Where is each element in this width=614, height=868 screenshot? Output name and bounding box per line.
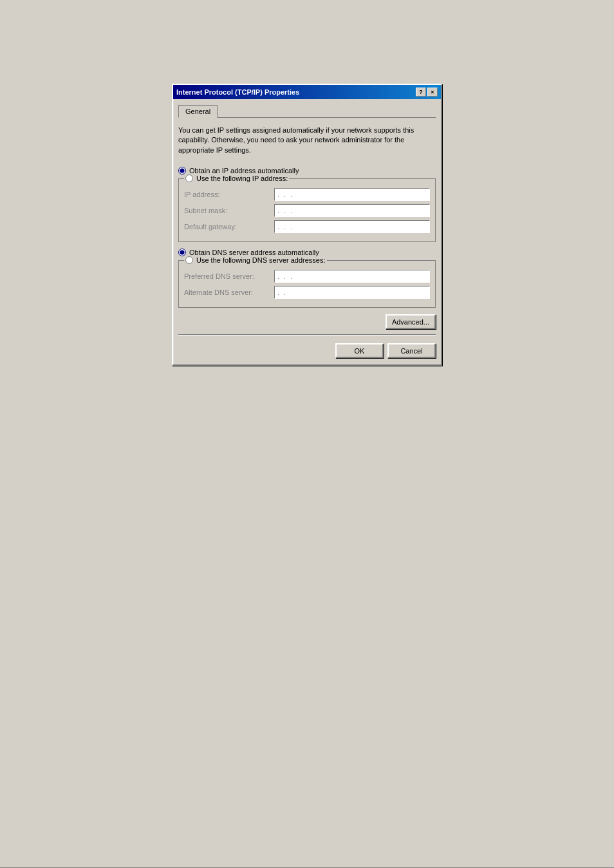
dns-auto-radio[interactable] xyxy=(178,249,186,256)
title-bar-controls: ? × xyxy=(416,88,438,97)
ip-fieldset-legend: Use the following IP address: xyxy=(184,175,289,182)
close-button[interactable]: × xyxy=(427,88,438,97)
tab-strip: General xyxy=(178,104,436,118)
tab-general[interactable]: General xyxy=(178,105,218,118)
dns-auto-label: Obtain DNS server address automatically xyxy=(189,249,319,256)
subnet-mask-row: Subnet mask: . . . xyxy=(184,204,430,217)
alternate-dns-value: . . xyxy=(277,288,287,296)
dns-manual-radio[interactable] xyxy=(185,256,193,264)
cancel-button[interactable]: Cancel xyxy=(387,343,436,358)
info-text: You can get IP settings assigned automat… xyxy=(178,123,436,158)
ip-manual-radio[interactable] xyxy=(185,175,193,182)
preferred-dns-row: Preferred DNS server: . . . xyxy=(184,270,430,283)
dns-radio-group: Obtain DNS server address automatically xyxy=(178,249,436,256)
ip-auto-option: Obtain an IP address automatically xyxy=(178,167,436,175)
default-gateway-label: Default gateway: xyxy=(184,223,274,231)
advanced-row: Advanced... xyxy=(178,314,436,329)
dialog-window: Internet Protocol (TCP/IP) Properties ? … xyxy=(172,84,442,366)
advanced-button[interactable]: Advanced... xyxy=(386,314,436,329)
ip-address-row: IP address: . . . xyxy=(184,188,430,201)
alternate-dns-input[interactable]: . . xyxy=(274,286,430,299)
default-gateway-value: . . . xyxy=(277,223,293,231)
separator xyxy=(178,334,436,335)
preferred-dns-value: . . . xyxy=(277,272,293,280)
button-row: OK Cancel xyxy=(178,341,436,359)
default-gateway-input[interactable]: . . . xyxy=(274,220,430,233)
dns-fieldset: Use the following DNS server addresses: … xyxy=(178,260,436,308)
dns-fieldset-legend: Use the following DNS server addresses: xyxy=(184,256,327,264)
alternate-dns-row: Alternate DNS server: . . xyxy=(184,286,430,299)
ip-address-input[interactable]: . . . xyxy=(274,188,430,201)
dialog-body: General You can get IP settings assigned… xyxy=(173,99,441,364)
subnet-mask-label: Subnet mask: xyxy=(184,207,274,214)
dialog-title: Internet Protocol (TCP/IP) Properties xyxy=(176,88,299,96)
default-gateway-row: Default gateway: . . . xyxy=(184,220,430,233)
alternate-dns-label: Alternate DNS server: xyxy=(184,288,274,296)
dns-manual-label: Use the following DNS server addresses: xyxy=(196,256,326,264)
ip-fieldset: Use the following IP address: IP address… xyxy=(178,178,436,242)
ip-manual-label: Use the following IP address: xyxy=(196,175,288,182)
ok-button[interactable]: OK xyxy=(335,343,384,358)
ip-auto-radio[interactable] xyxy=(178,167,186,175)
preferred-dns-label: Preferred DNS server: xyxy=(184,272,274,280)
subnet-mask-value: . . . xyxy=(277,207,293,214)
title-bar: Internet Protocol (TCP/IP) Properties ? … xyxy=(173,85,441,99)
ip-auto-label: Obtain an IP address automatically xyxy=(189,167,299,175)
help-button[interactable]: ? xyxy=(416,88,426,97)
preferred-dns-input[interactable]: . . . xyxy=(274,270,430,283)
ip-radio-group: Obtain an IP address automatically xyxy=(178,167,436,175)
ip-address-value: . . . xyxy=(277,191,293,198)
ip-address-label: IP address: xyxy=(184,191,274,198)
subnet-mask-input[interactable]: . . . xyxy=(274,204,430,217)
dns-auto-option: Obtain DNS server address automatically xyxy=(178,249,436,256)
